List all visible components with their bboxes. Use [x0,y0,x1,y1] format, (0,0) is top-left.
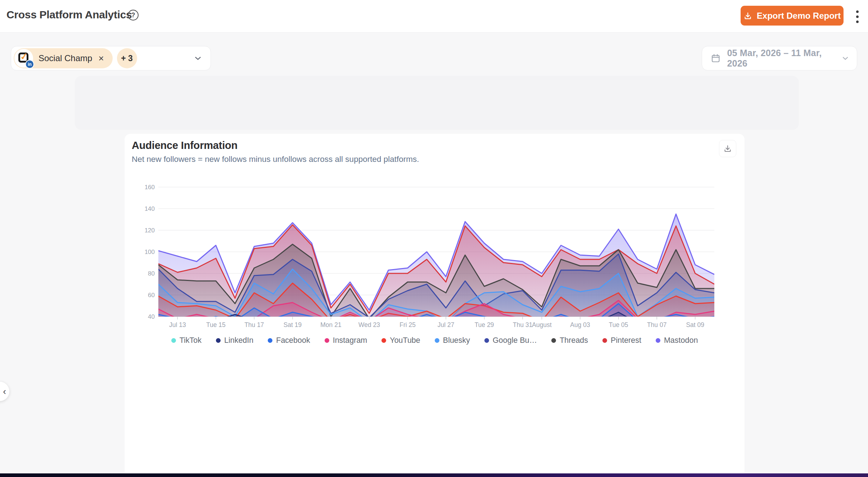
legend-label: TikTok [180,336,202,345]
legend-label: YouTube [390,336,420,345]
section-background-panel [75,76,799,130]
legend-label: Instagram [333,336,367,345]
legend-label: Threads [560,336,588,345]
svg-text:Fri 25: Fri 25 [399,321,416,328]
account-chip: ✓ in Social Champ × [14,48,113,68]
date-range-label: 05 Mar, 2026 – 11 Mar, 2026 [727,48,835,69]
legend-item[interactable]: YouTube [381,336,420,345]
legend-dot-icon [381,338,386,343]
legend-label: LinkedIn [224,336,253,345]
svg-text:160: 160 [145,184,155,191]
legend-item[interactable]: Pinterest [602,336,641,345]
card-subtitle: Net new followers = new follows minus un… [132,155,419,164]
legend-label: Google Bu… [493,336,537,345]
calendar-icon [711,53,720,64]
legend-dot-icon [551,338,556,343]
legend-dot-icon [602,338,607,343]
svg-text:Tue 15: Tue 15 [206,321,226,328]
legend-item[interactable]: Facebook [268,336,310,345]
legend-item[interactable]: Google Bu… [484,336,537,345]
help-icon[interactable]: ? [128,10,139,21]
svg-text:Tue 29: Tue 29 [475,321,494,328]
svg-text:Jul 13: Jul 13 [169,321,186,328]
remove-account-icon[interactable]: × [98,54,104,63]
chevron-down-icon[interactable] [193,54,203,63]
svg-text:Thu 07: Thu 07 [647,321,666,328]
export-report-label: Export Demo Report [757,11,841,21]
svg-text:60: 60 [148,292,155,299]
svg-text:80: 80 [148,270,155,277]
legend-dot-icon [656,338,660,343]
kebab-menu-icon[interactable] [854,8,861,25]
legend-item[interactable]: Instagram [325,336,367,345]
legend-dot-icon [268,338,272,343]
more-accounts-badge[interactable]: + 3 [117,48,137,68]
top-bar: Cross Platform Analytics ? Export Demo R… [0,0,868,33]
legend-item[interactable]: Threads [551,336,588,345]
legend-label: Facebook [276,336,310,345]
legend-label: Mastodon [664,336,698,345]
legend-item[interactable]: TikTok [171,336,202,345]
svg-text:August: August [532,321,552,328]
download-icon [743,12,752,20]
linkedin-badge-icon: in [25,60,34,69]
legend-item[interactable]: Bluesky [435,336,470,345]
legend-item[interactable]: LinkedIn [216,336,253,345]
legend-label: Pinterest [611,336,641,345]
audience-chart[interactable]: 406080100120140160Jul 13Tue 15Thu 17Sat … [144,182,723,330]
chevron-down-icon [841,54,850,63]
card-title: Audience Information [132,140,238,151]
svg-text:Wed 23: Wed 23 [358,321,380,328]
collapse-sidebar-handle[interactable]: ‹ [0,382,9,401]
account-chip-label: Social Champ [39,53,92,63]
download-icon [723,144,732,153]
legend-dot-icon [435,338,439,343]
svg-text:Thu 31: Thu 31 [513,321,532,328]
audience-information-card: Audience Information Net new followers =… [125,134,745,477]
legend-item[interactable]: Mastodon [656,336,698,345]
export-report-button[interactable]: Export Demo Report [741,6,844,26]
svg-text:Jul 27: Jul 27 [438,321,455,328]
page-title: Cross Platform Analytics [6,9,132,21]
date-range-picker[interactable]: 05 Mar, 2026 – 11 Mar, 2026 [702,46,857,71]
svg-text:Mon 21: Mon 21 [320,321,341,328]
svg-text:Sat 09: Sat 09 [686,321,704,328]
svg-text:100: 100 [145,249,155,255]
download-chart-button[interactable] [719,140,736,157]
chart-legend: TikTokLinkedInFacebookInstagramYouTubeBl… [125,336,745,345]
legend-dot-icon [484,338,489,343]
social-champ-avatar: ✓ in [14,49,33,68]
svg-text:Aug 03: Aug 03 [570,321,590,328]
bottom-edge-bar [0,473,868,477]
svg-text:140: 140 [145,205,155,212]
account-filter-dropdown[interactable]: ✓ in Social Champ × + 3 [11,46,211,71]
svg-text:Thu 17: Thu 17 [244,321,264,328]
svg-text:Sat 19: Sat 19 [284,321,302,328]
svg-text:Tue 05: Tue 05 [609,321,628,328]
legend-dot-icon [171,338,176,343]
svg-text:40: 40 [148,313,155,320]
legend-dot-icon [216,338,221,343]
legend-label: Bluesky [443,336,470,345]
legend-dot-icon [325,338,329,343]
svg-text:120: 120 [145,227,155,234]
